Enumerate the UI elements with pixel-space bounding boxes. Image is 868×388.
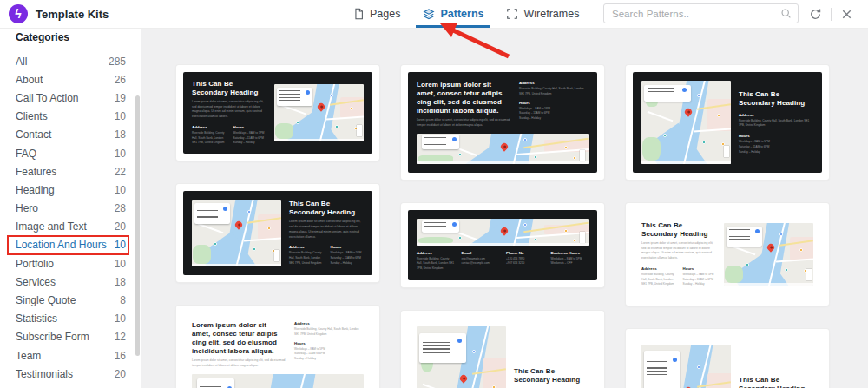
pattern-card-4[interactable]: This Can Be Secondary Heading Lorem ipsu… <box>176 184 379 282</box>
category-count: 10 <box>115 258 126 270</box>
pattern-card-6[interactable]: This Can Be Secondary Heading Lorem ipsu… <box>626 203 829 306</box>
tab-label: Pages <box>370 8 400 20</box>
phone-label: Phone No <box>506 251 544 255</box>
category-count: 10 <box>115 148 126 160</box>
tab-wireframes[interactable]: Wireframes <box>506 0 579 28</box>
sidebar-item-faq[interactable]: FAQ10 <box>0 144 141 162</box>
category-label: Hero <box>16 202 38 214</box>
tab-pages[interactable]: Pages <box>352 0 400 28</box>
sidebar-item-statistics[interactable]: Statistics10 <box>0 310 141 328</box>
category-count: 10 <box>115 110 126 122</box>
sidebar-item-call-to-action[interactable]: Call To Action19 <box>0 89 141 107</box>
category-label: Call To Action <box>16 92 79 104</box>
hours-text: Weekdays – 8AM to 5PM Saturday – 11AM to… <box>519 107 589 122</box>
map-thumbnail <box>417 326 506 388</box>
sidebar-item-clients[interactable]: Clients10 <box>0 108 141 126</box>
sidebar-scrollbar[interactable] <box>135 95 140 356</box>
category-label: All <box>16 56 27 68</box>
map-thumbnail <box>192 200 281 266</box>
refresh-button[interactable] <box>809 8 822 21</box>
pattern-body: Lorem ipsum dolor sit amet, consectetur … <box>417 118 510 128</box>
grid-column-2: Lorem ipsum dolor sit amet, consec tetur… <box>401 65 604 388</box>
address-text: Riverside Building, County Hall, South B… <box>739 119 813 129</box>
category-label: Contact <box>16 128 51 141</box>
sidebar-item-services[interactable]: Services18 <box>0 273 141 291</box>
sidebar-item-subscribe-form[interactable]: Subscribe Form12 <box>0 328 141 346</box>
hours-text: Weekdays – 8AM to 5PM Saturday – 11AM to… <box>294 347 364 362</box>
sidebar-categories: Categories All285 About26 Call To Action… <box>0 28 141 388</box>
category-count: 20 <box>115 220 126 233</box>
crop-corners-icon <box>506 8 518 20</box>
category-label: Team <box>16 350 41 362</box>
category-label: Single Quote <box>16 294 76 306</box>
map-info-card <box>644 351 680 388</box>
tab-patterns[interactable]: Patterns <box>423 0 483 28</box>
pattern-heading: This Can Be Secondary Heading <box>289 200 364 217</box>
email-label: Email <box>462 251 500 255</box>
sidebar-item-about[interactable]: About26 <box>0 70 141 89</box>
sidebar-item-features[interactable]: Features22 <box>0 162 141 181</box>
category-label: Location And Hours <box>16 239 107 251</box>
hours-label: Hours <box>294 341 364 345</box>
category-count: 16 <box>115 350 126 362</box>
pattern-card-3[interactable]: This Can Be Secondary Heading AddressRiv… <box>626 65 829 180</box>
pattern-card-7[interactable]: Lorem ipsum dolor sit amet, consec tetur… <box>176 306 379 388</box>
category-count: 28 <box>115 202 126 214</box>
map-info-card <box>422 135 460 148</box>
hours-label: Hours <box>739 134 813 138</box>
category-count: 10 <box>115 184 126 196</box>
template-kits-window: ϟ Template Kits Pages Patterns Wireframe… <box>0 0 868 388</box>
sidebar-item-portfolio[interactable]: Portfolio10 <box>0 254 141 273</box>
sidebar-item-hero[interactable]: Hero28 <box>0 200 141 218</box>
pattern-card-9[interactable]: This Can Be Secondary Heading Lorem ipsu… <box>626 329 829 388</box>
address-text: Riverside Building, County Hall, South B… <box>294 327 364 338</box>
map-thumbnail <box>417 219 589 246</box>
divider <box>831 8 832 21</box>
map-thumbnail <box>724 223 813 286</box>
hours-text: Weekdays – 8AM to 5PM Saturday – 11AM to… <box>233 131 267 146</box>
phone-text: +120 456 7890 +987 654 3210 <box>506 257 544 267</box>
hours-text: Weekdays – 8AM to 5PM Saturday – 11AM to… <box>739 140 813 155</box>
pattern-card-5[interactable]: AddressRiverside Building, County Hall, … <box>401 203 604 287</box>
search-input[interactable] <box>610 8 775 20</box>
sidebar-item-all[interactable]: All285 <box>0 52 141 70</box>
pattern-card-1[interactable]: This Can Be Secondary Heading Lorem ipsu… <box>176 65 379 161</box>
search-box <box>603 3 799 23</box>
category-count: 18 <box>115 128 126 141</box>
sidebar-item-heading[interactable]: Heading10 <box>0 181 141 199</box>
topbar: ϟ Template Kits Pages Patterns Wireframe… <box>0 0 868 29</box>
close-button[interactable] <box>840 8 853 21</box>
hours-text: Weekdays – 8AM to 5PM Saturday – 11AM to… <box>683 273 717 287</box>
category-count: 19 <box>115 92 126 104</box>
map-info-card <box>277 88 312 106</box>
pattern-grid: This Can Be Secondary Heading Lorem ipsu… <box>141 28 868 388</box>
map-info-card <box>727 227 762 247</box>
map-thumbnail <box>417 134 589 164</box>
address-text: Riverside Building, County Hall, South B… <box>192 131 226 146</box>
sidebar-item-testimonials[interactable]: Testimonials20 <box>0 365 141 383</box>
map-info-card <box>419 333 466 363</box>
category-label: Clients <box>16 110 48 122</box>
sidebar-item-image-and-text[interactable]: Image and Text20 <box>0 218 141 236</box>
category-label: Services <box>16 276 56 288</box>
sidebar-item-single-quote[interactable]: Single Quote8 <box>0 291 141 309</box>
sidebar-item-location-and-hours[interactable]: Location And Hours10 <box>0 236 141 254</box>
address-label: Address <box>519 81 589 85</box>
address-label: Address <box>417 251 455 255</box>
sidebar-item-team[interactable]: Team16 <box>0 346 141 365</box>
pattern-heading: This Can Be Secondary Heading <box>514 367 589 385</box>
map-thumbnail <box>641 345 731 388</box>
pattern-card-8[interactable]: This Can Be Secondary Heading AddressRiv… <box>401 311 604 388</box>
pattern-card-2[interactable]: Lorem ipsum dolor sit amet, consec tetur… <box>401 65 604 180</box>
sidebar-item-contact[interactable]: Contact18 <box>0 126 141 144</box>
category-label: Image and Text <box>16 220 87 233</box>
category-label: Statistics <box>16 312 57 325</box>
sidebar-item-text[interactable]: Text18 <box>0 383 141 388</box>
category-label: Features <box>16 166 56 178</box>
tab-label: Patterns <box>440 8 483 20</box>
layers-icon <box>423 8 435 20</box>
category-count: 10 <box>115 312 126 325</box>
pattern-body: Lorem ipsum dolor sit amet, consectetur … <box>289 220 364 240</box>
address-text: Riverside Building, County Hall, South B… <box>289 251 323 266</box>
hours-label: Hours <box>683 266 717 271</box>
